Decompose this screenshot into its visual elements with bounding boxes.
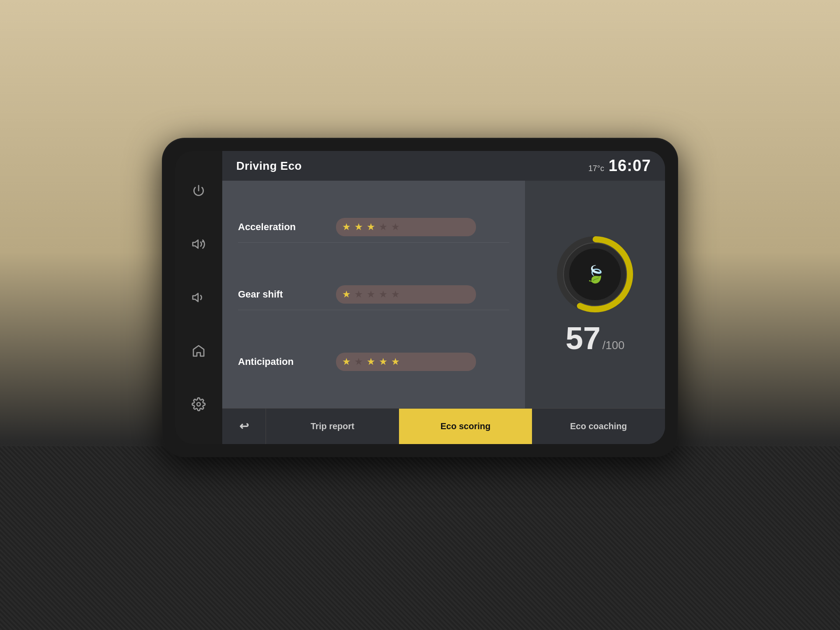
device-inner: + (175, 151, 665, 444)
star-5: ★ (391, 221, 400, 233)
scene: + (0, 0, 840, 630)
star-2: ★ (354, 289, 363, 300)
acceleration-stars: ★ ★ ★ ★ ★ (336, 218, 476, 236)
main-content: Acceleration ★ ★ ★ ★ ★ Gear shift (222, 181, 665, 408)
device-outer: + (162, 138, 678, 457)
sidebar: + (175, 151, 222, 444)
acceleration-row: Acceleration ★ ★ ★ ★ ★ (238, 212, 509, 243)
gearshift-row: Gear shift ★ ★ ★ ★ ★ (238, 279, 509, 310)
score-panel: 🍃 57 /100 (525, 181, 665, 408)
star-2: ★ (354, 221, 363, 233)
svg-text:+: + (202, 238, 204, 244)
star-4: ★ (379, 221, 388, 233)
star-3: ★ (367, 356, 375, 368)
power-button[interactable] (187, 179, 210, 202)
svg-text:🍃: 🍃 (585, 264, 606, 284)
settings-button[interactable] (187, 393, 210, 416)
star-5: ★ (391, 356, 400, 368)
score-denominator: /100 (602, 339, 625, 352)
tab-eco-coaching[interactable]: Eco coaching (532, 408, 665, 444)
star-4: ★ (379, 289, 388, 300)
score-display: 57 /100 (566, 322, 625, 354)
temperature-display: 17°c (588, 164, 604, 173)
volume-up-button[interactable]: + (187, 233, 210, 256)
tab-eco-scoring[interactable]: Eco scoring (399, 408, 532, 444)
anticipation-row: Anticipation ★ ★ ★ ★ ★ (238, 346, 509, 377)
time-display: 16:07 (609, 157, 651, 175)
star-1: ★ (342, 356, 351, 368)
score-value: 57 (566, 322, 601, 354)
gearshift-label: Gear shift (238, 289, 326, 300)
tab-trip-report[interactable]: Trip report (266, 408, 399, 444)
anticipation-stars: ★ ★ ★ ★ ★ (336, 353, 476, 371)
gearshift-stars: ★ ★ ★ ★ ★ (336, 285, 476, 304)
nav-tabs: ↩ Trip report Eco scoring Eco coaching (222, 408, 665, 444)
star-2: ★ (354, 356, 363, 368)
star-1: ★ (342, 221, 351, 233)
svg-point-2 (197, 402, 200, 406)
star-3: ★ (367, 221, 375, 233)
back-button[interactable]: ↩ (222, 408, 266, 444)
volume-down-button[interactable] (187, 286, 210, 309)
anticipation-label: Anticipation (238, 356, 326, 368)
back-arrow-icon: ↩ (239, 420, 249, 433)
page-title: Driving Eco (236, 159, 302, 173)
eco-gauge: 🍃 (556, 235, 634, 314)
home-button[interactable] (187, 340, 210, 362)
screen: Driving Eco 17°c 16:07 Acceleration ★ (222, 151, 665, 444)
star-5: ★ (391, 289, 400, 300)
header-info: 17°c 16:07 (588, 157, 651, 175)
star-4: ★ (379, 356, 388, 368)
star-3: ★ (367, 289, 375, 300)
acceleration-label: Acceleration (238, 221, 326, 233)
star-1: ★ (342, 289, 351, 300)
header: Driving Eco 17°c 16:07 (222, 151, 665, 181)
metrics-panel: Acceleration ★ ★ ★ ★ ★ Gear shift (222, 181, 525, 408)
